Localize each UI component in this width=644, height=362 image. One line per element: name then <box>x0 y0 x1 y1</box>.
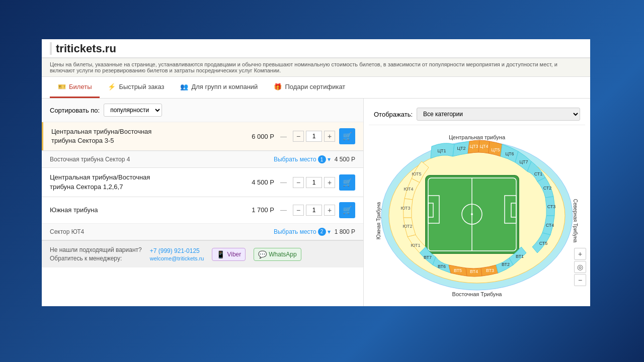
select-place-btn-4[interactable]: Выбрать место 2 ▾ <box>274 228 331 236</box>
sector-row-1: Восточная трибуна Сектор 4 Выбрать место… <box>42 151 363 167</box>
chevron-down-icon-4: ▾ <box>328 228 331 235</box>
price-dash-1: — <box>280 133 287 140</box>
qty-input-1[interactable] <box>306 131 322 142</box>
qty-input-4[interactable] <box>306 205 322 216</box>
ticket-row-3: Центральная трибуна/Восточнаятрибуна Сек… <box>42 168 363 196</box>
chevron-down-icon-1: ▾ <box>328 156 331 163</box>
main-container: tritickets.ru Цены на билеты, указанные … <box>42 39 590 306</box>
viber-label: Viber <box>227 251 241 258</box>
svg-text:СТ4: СТ4 <box>546 223 554 228</box>
display-label: Отображать: <box>374 111 413 118</box>
svg-text:Восточная Трибуна: Восточная Трибуна <box>452 291 503 297</box>
add-to-cart-3[interactable]: 🛒 <box>339 174 355 191</box>
tab-certificate-icon: 🎁 <box>274 83 282 90</box>
contact-email[interactable]: welcome@tritickets.ru <box>150 255 204 261</box>
tab-fast-order[interactable]: ⚡ Быстрый заказ <box>100 77 172 98</box>
ticket-price-4: 1 700 Р <box>252 206 274 214</box>
ticket-row-4: Южная трибуна 1 700 Р — − + 🛒 <box>42 197 363 223</box>
tab-certificate[interactable]: 🎁 Подари сертификат <box>266 77 353 98</box>
whatsapp-label: WhatsApp <box>269 251 296 258</box>
ticket-price-3: 4 500 Р <box>252 178 274 186</box>
svg-text:ЮТ2: ЮТ2 <box>403 224 412 229</box>
tab-groups-icon: 👥 <box>180 83 188 90</box>
sort-label: Сортировать по: <box>50 107 100 114</box>
svg-text:ЦТ1: ЦТ1 <box>437 148 446 153</box>
svg-text:ВТ4: ВТ4 <box>470 269 478 274</box>
ticket-group-sector-1: Восточная трибуна Сектор 4 Выбрать место… <box>42 151 363 168</box>
sector-name-4: Сектор ЮТ4 <box>50 228 270 235</box>
sort-select[interactable]: популярности цене сектору <box>104 104 162 117</box>
svg-text:ЦТ2: ЦТ2 <box>457 146 465 151</box>
locate-btn[interactable]: ◎ <box>574 261 586 273</box>
sector-price-4: 1 800 Р <box>335 228 355 235</box>
ticket-name-4: Южная трибуна <box>50 206 248 215</box>
price-dash-3: — <box>280 178 287 186</box>
svg-text:ВТ5: ВТ5 <box>454 268 462 273</box>
svg-text:ЦТ4: ЦТ4 <box>479 144 488 149</box>
qty-minus-1[interactable]: − <box>293 131 304 142</box>
display-select[interactable]: Все категории Центральная трибуна Восточ… <box>417 108 580 121</box>
svg-text:ЮТ3: ЮТ3 <box>400 206 410 211</box>
select-place-btn-1[interactable]: Выбрать место 1 ▾ <box>274 155 331 163</box>
notice-bar: Цены на билеты, указанные на странице, у… <box>42 58 590 77</box>
stadium-svg: Центральная трибуна Восточная Трибуна Юж… <box>371 130 583 301</box>
select-place-label-1: Выбрать место <box>274 156 316 163</box>
select-place-label-4: Выбрать место <box>274 228 316 235</box>
svg-text:СТ3: СТ3 <box>547 204 556 209</box>
contact-line2: Обратитесь к менеджеру: <box>50 255 122 262</box>
ticket-price-1: 6 000 Р <box>252 133 274 140</box>
svg-text:ВТ1: ВТ1 <box>516 254 524 259</box>
left-panel: Сортировать по: популярности цене сектор… <box>42 99 364 306</box>
svg-point-11 <box>471 213 473 215</box>
svg-text:ВТ6: ВТ6 <box>438 264 446 269</box>
stadium-map: Центральная трибуна Восточная Трибуна Юж… <box>369 125 585 301</box>
zoom-in-btn[interactable]: + <box>574 248 586 260</box>
qty-plus-4[interactable]: + <box>324 205 335 216</box>
tab-tickets[interactable]: 🎫 Билеты <box>50 77 100 98</box>
qty-minus-4[interactable]: − <box>293 205 304 216</box>
right-panel: Отображать: Все категории Центральная тр… <box>364 99 590 306</box>
contact-text: Не нашли подходящий вариант? Обратитесь … <box>50 246 142 263</box>
qty-input-3[interactable] <box>306 177 322 188</box>
map-controls: + ◎ − <box>574 248 586 286</box>
zoom-out-btn[interactable]: − <box>574 274 586 286</box>
qty-plus-3[interactable]: + <box>324 177 335 188</box>
qty-minus-3[interactable]: − <box>293 177 304 188</box>
qty-controls-3: − + <box>293 177 335 188</box>
svg-text:ЮТ5: ЮТ5 <box>412 171 421 176</box>
tab-certificate-label: Подари сертификат <box>285 83 345 90</box>
svg-text:СТ2: СТ2 <box>543 186 552 191</box>
logo-bar: tritickets.ru <box>42 39 590 58</box>
svg-text:ЦТ5: ЦТ5 <box>491 147 500 152</box>
display-filter: Отображать: Все категории Центральная тр… <box>369 104 585 125</box>
svg-text:Центральная трибуна: Центральная трибуна <box>449 134 506 140</box>
contact-bar: Не нашли подходящий вариант? Обратитесь … <box>42 240 363 268</box>
filter-bar: Сортировать по: популярности цене сектор… <box>42 99 363 122</box>
whatsapp-btn[interactable]: 💬 WhatsApp <box>254 248 301 261</box>
svg-text:ВТ3: ВТ3 <box>486 268 494 273</box>
ticket-group-1: Центральная трибуна/Восточнаятрибуна Сек… <box>42 122 363 151</box>
contact-line1: Не нашли подходящий вариант? <box>50 246 142 253</box>
content-area: Сортировать по: популярности цене сектор… <box>42 99 590 306</box>
qty-controls-1: − + <box>293 131 335 142</box>
svg-text:ЦТ6: ЦТ6 <box>505 151 514 156</box>
ticket-group-3: Центральная трибуна/Восточнаятрибуна Сек… <box>42 168 363 197</box>
tab-groups[interactable]: 👥 Для групп и компаний <box>172 77 266 98</box>
viber-btn[interactable]: 📱 Viber <box>212 248 246 261</box>
sector-row-4: Сектор ЮТ4 Выбрать место 2 ▾ 1 800 Р <box>42 223 363 240</box>
svg-text:ВТ2: ВТ2 <box>502 262 510 267</box>
tab-tickets-label: Билеты <box>69 83 92 90</box>
contact-phone[interactable]: +7 (999) 921-0125 <box>150 247 204 254</box>
ticket-name-1: Центральная трибуна/Восточнаятрибуна Сек… <box>51 127 248 145</box>
svg-text:СТ5: СТ5 <box>539 241 548 246</box>
add-to-cart-1[interactable]: 🛒 <box>339 128 355 144</box>
qty-plus-1[interactable]: + <box>324 131 335 142</box>
qty-controls-4: − + <box>293 205 335 216</box>
svg-text:ЦТ7: ЦТ7 <box>519 159 528 164</box>
tab-fast-order-icon: ⚡ <box>108 83 116 90</box>
tab-tickets-icon: 🎫 <box>58 83 66 90</box>
svg-text:Южная Трибуна: Южная Трибуна <box>376 202 381 239</box>
whatsapp-icon: 💬 <box>258 250 267 258</box>
add-to-cart-4[interactable]: 🛒 <box>339 202 355 218</box>
ticket-name-3: Центральная трибуна/Восточнаятрибуна Сек… <box>50 173 248 191</box>
